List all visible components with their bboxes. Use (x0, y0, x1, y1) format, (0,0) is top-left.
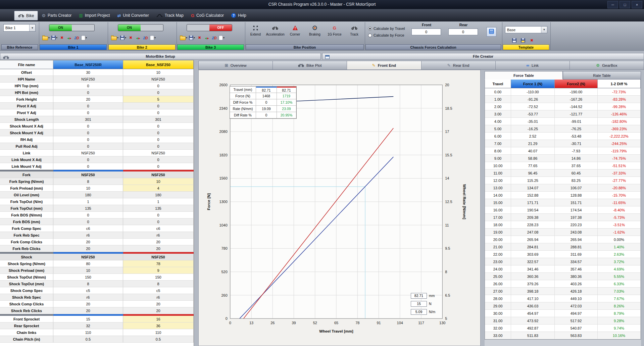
open-file-button[interactable]: ▾ (111, 34, 118, 41)
setup-value-bike1[interactable]: 10 (53, 267, 123, 274)
delete-file-button[interactable]: ✖ (197, 34, 202, 41)
setup-value-bike1[interactable]: 0 (53, 109, 123, 116)
rate-step-input[interactable] (411, 309, 427, 315)
tab-rate-table[interactable]: Rate Table (563, 71, 641, 80)
setup-value-bike1[interactable]: 0 (53, 212, 123, 218)
setup-value-bike1[interactable]: 8 (53, 281, 123, 287)
save-file-button[interactable]: ▾ (189, 34, 195, 41)
edit-template-button[interactable] (520, 37, 526, 44)
setup-value-bike1[interactable]: 20 (53, 245, 123, 252)
bike3-toggle[interactable]: OFF (187, 24, 232, 31)
menu-item-track-map[interactable]: Track Map (153, 10, 187, 20)
bike-position-acceleration[interactable]: Acceleration (265, 23, 285, 44)
maximize-button[interactable]: □ (620, 1, 630, 8)
setup-value-bike1[interactable]: r6 (53, 294, 123, 301)
setup-value-bike2[interactable]: 1 (123, 198, 194, 205)
setup-value-bike1[interactable]: 0 (53, 83, 123, 89)
setup-value-bike2[interactable]: r6 (123, 232, 194, 239)
rear-force-input[interactable] (448, 29, 478, 35)
setup-value-bike2[interactable]: 5 (123, 96, 194, 103)
open-file-button[interactable]: ▾ (180, 34, 187, 41)
travel-query-input[interactable] (411, 293, 427, 299)
setup-value-bike1[interactable]: 135 (53, 205, 123, 212)
setup-value-bike2[interactable]: 0 (123, 143, 194, 150)
setup-value-bike2[interactable]: NSF250 (123, 254, 194, 260)
setup-value-bike2[interactable]: 36 (123, 323, 194, 329)
setup-value-bike2[interactable]: 0 (123, 156, 194, 163)
bike-reference-select[interactable]: Bike 1 ▼ (3, 24, 36, 32)
setup-value-bike1[interactable]: 20 (53, 307, 123, 314)
setup-value-bike2[interactable]: 0 (123, 83, 194, 89)
setup-value-bike2[interactable]: 10 (123, 178, 194, 185)
setup-value-bike2[interactable]: 4 (123, 185, 194, 192)
setup-value-bike1[interactable]: 30 (53, 69, 123, 76)
tab-link[interactable]: ∞Link (496, 61, 570, 70)
bike-position-extend[interactable]: Extend (246, 23, 265, 44)
tab-gearbox[interactable]: ⚙GearBox (570, 61, 644, 70)
menu-item-import-project[interactable]: ▥Import Project (75, 10, 113, 20)
copy-button[interactable]: ▾ (219, 34, 225, 41)
bike-position-1g-force[interactable]: G1G Force (325, 23, 344, 44)
setup-value-bike2[interactable]: 150 (123, 274, 194, 281)
setup-value-bike1[interactable]: 0.5 (53, 336, 123, 343)
setup-value-bike2[interactable]: 0 (123, 218, 194, 225)
column-header-bike2-file[interactable]: Base_NSF250 (123, 60, 194, 69)
2d-view-button[interactable]: 2D (143, 34, 148, 41)
menu-item-help[interactable]: ?Help (228, 10, 250, 20)
tab-front-end[interactable]: ✎Front End (347, 61, 421, 70)
calculate-button[interactable] (487, 27, 496, 37)
menu-item-parts-creator[interactable]: ⚙Parts Creator (38, 10, 75, 20)
minimize-button[interactable]: ─ (607, 1, 618, 8)
setup-value-bike2[interactable]: 301 (123, 116, 194, 123)
setup-value-bike1[interactable]: 8 (53, 178, 123, 185)
setup-value-bike1[interactable]: 0 (53, 130, 123, 136)
setup-value-bike2[interactable]: 78 (123, 260, 194, 267)
setup-value-bike1[interactable]: NSF250 (53, 76, 123, 83)
setup-value-bike2[interactable]: 0 (123, 123, 194, 130)
setup-value-bike2[interactable]: 20 (123, 301, 194, 307)
bike-position-track[interactable]: Track (344, 23, 364, 44)
setup-value-bike2[interactable]: 16 (123, 316, 194, 323)
setup-value-bike1[interactable]: 0 (53, 89, 123, 96)
setup-value-bike2[interactable]: 0 (123, 103, 194, 109)
2d-view-button[interactable]: 2D (211, 34, 217, 41)
setup-value-bike1[interactable]: NSF250 (53, 254, 123, 260)
setup-value-bike2[interactable]: 8 (123, 281, 194, 287)
force-step-input[interactable] (411, 301, 427, 307)
setup-value-bike2[interactable]: NSF250 (123, 171, 194, 178)
setup-value-bike2[interactable]: 0 (123, 136, 194, 143)
setup-value-bike2[interactable]: 135 (123, 205, 194, 212)
bike-position-braking[interactable]: Braking (305, 23, 325, 44)
tab-force-table[interactable]: Force Table (485, 71, 563, 80)
setup-value-bike2[interactable]: 0 (123, 163, 194, 170)
setup-value-bike2[interactable]: 180 (123, 192, 194, 198)
tab-rear-end[interactable]: ✎Rear End (422, 61, 496, 70)
copy-button[interactable]: ▾ (150, 34, 156, 41)
save-file-button[interactable]: ▾ (51, 34, 57, 41)
copy-button[interactable]: ▾ (81, 34, 87, 41)
delete-file-button[interactable]: ✖ (128, 34, 134, 41)
setup-value-bike2[interactable]: 20 (123, 307, 194, 314)
setup-value-bike1[interactable]: 0 (53, 103, 123, 109)
menu-item-cog-calculator[interactable]: GCoG Calculator (187, 10, 228, 20)
radio-calculate-by-travel[interactable]: Calculate by Travel (368, 25, 405, 32)
tab-overview[interactable]: ⊞Overview (198, 61, 273, 70)
setup-value-bike2[interactable]: 20 (123, 245, 194, 252)
chevron-down-icon[interactable]: ▼ (541, 27, 547, 33)
setup-value-bike1[interactable]: r6 (53, 232, 123, 239)
delete-template-button[interactable]: ✖ (529, 37, 535, 44)
setup-value-bike1[interactable]: 180 (53, 192, 123, 198)
setup-value-bike1[interactable]: NSF250 (53, 150, 123, 156)
bike2-toggle[interactable]: ON (118, 24, 163, 31)
close-button[interactable]: × (632, 1, 642, 8)
setup-value-bike2[interactable]: r6 (123, 294, 194, 301)
setup-value-bike1[interactable]: 80 (53, 260, 123, 267)
compare-button[interactable]: ◄► (135, 34, 141, 41)
setup-value-bike2[interactable]: 110 (123, 329, 194, 336)
chevron-down-icon[interactable]: ▼ (29, 24, 35, 31)
setup-value-bike1[interactable]: 10 (53, 185, 123, 192)
delete-file-button[interactable]: ✖ (59, 34, 65, 41)
setup-value-bike2[interactable]: NSF250 (123, 150, 194, 156)
setup-value-bike1[interactable]: 150 (53, 274, 123, 281)
open-file-button[interactable]: ▾ (42, 34, 50, 41)
